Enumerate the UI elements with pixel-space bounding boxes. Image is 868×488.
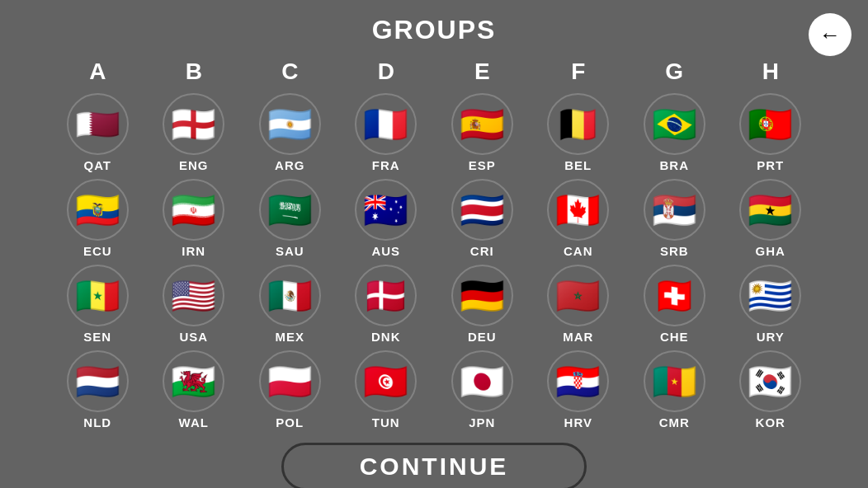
country-label-kor: KOR: [756, 415, 785, 429]
country-cell-mar[interactable]: 🇲🇦MAR: [531, 261, 627, 347]
country-label-esp: ESP: [469, 158, 496, 172]
country-label-tun: TUN: [372, 415, 400, 429]
country-cell-eng[interactable]: 🏴󠁧󠁢󠁥󠁮󠁧󠁿ENG: [146, 90, 243, 176]
group-header-a: A: [50, 54, 146, 90]
group-header-b: B: [146, 54, 243, 90]
country-label-qat: QAT: [83, 158, 111, 172]
country-cell-usa[interactable]: 🇺🇸USA: [146, 261, 243, 347]
country-label-sau: SAU: [276, 244, 304, 258]
country-cell-dnk[interactable]: 🇩🇰DNK: [338, 261, 435, 347]
flag-aus: 🇦🇺: [355, 179, 417, 241]
flag-bra: 🇧🇷: [644, 93, 705, 155]
country-cell-ury[interactable]: 🇺🇾URY: [723, 261, 819, 347]
country-label-hrv: HRV: [564, 415, 592, 429]
country-cell-sau[interactable]: 🇸🇦SAU: [242, 176, 338, 261]
flag-cmr: 🇨🇲: [644, 350, 705, 412]
country-label-gha: GHA: [756, 244, 785, 258]
country-label-bel: BEL: [564, 158, 592, 172]
flag-pol: 🇵🇱: [259, 350, 321, 412]
title: GROUPS: [0, 0, 868, 45]
group-header-g: G: [626, 54, 723, 90]
group-header-d: D: [338, 54, 435, 90]
country-label-nld: NLD: [83, 415, 111, 429]
back-icon: ←: [819, 22, 841, 48]
country-cell-bra[interactable]: 🇧🇷BRA: [626, 90, 723, 176]
country-cell-hrv[interactable]: 🇭🇷HRV: [531, 347, 627, 433]
flag-fra: 🇫🇷: [355, 93, 417, 155]
flag-hrv: 🇭🇷: [547, 350, 609, 412]
flag-mar: 🇲🇦: [547, 265, 609, 326]
country-cell-che[interactable]: 🇨🇭CHE: [626, 261, 723, 347]
country-cell-qat[interactable]: 🇶🇦QAT: [50, 90, 146, 176]
country-label-fra: FRA: [372, 158, 400, 172]
country-label-prt: PRT: [757, 158, 784, 172]
flag-wal: 🏴󠁧󠁢󠁷󠁬󠁳󠁿: [163, 350, 224, 412]
flag-ecu: 🇪🇨: [67, 179, 129, 241]
back-button[interactable]: ←: [809, 13, 851, 56]
flag-sen: 🇸🇳: [67, 265, 129, 326]
flag-irn: 🇮🇷: [163, 179, 224, 241]
country-cell-esp[interactable]: 🇪🇸ESP: [434, 90, 531, 176]
country-label-srb: SRB: [660, 244, 689, 258]
flag-esp: 🇪🇸: [451, 93, 513, 155]
group-header-c: C: [242, 54, 338, 90]
flag-usa: 🇺🇸: [163, 265, 224, 326]
group-header-e: E: [434, 54, 531, 90]
flag-jpn: 🇯🇵: [451, 350, 513, 412]
flag-ury: 🇺🇾: [739, 265, 801, 326]
country-label-dnk: DNK: [371, 330, 401, 344]
country-cell-deu[interactable]: 🇩🇪DEU: [434, 261, 531, 347]
country-cell-nld[interactable]: 🇳🇱NLD: [50, 347, 146, 433]
country-label-ury: URY: [757, 330, 785, 344]
country-cell-fra[interactable]: 🇫🇷FRA: [338, 90, 435, 176]
flag-sau: 🇸🇦: [259, 179, 321, 241]
country-cell-kor[interactable]: 🇰🇷KOR: [723, 347, 819, 433]
group-header-f: F: [531, 54, 627, 90]
flag-dnk: 🇩🇰: [355, 265, 417, 326]
flag-deu: 🇩🇪: [451, 265, 513, 326]
country-cell-arg[interactable]: 🇦🇷ARG: [242, 90, 338, 176]
country-cell-srb[interactable]: 🇷🇸SRB: [626, 176, 723, 261]
flag-prt: 🇵🇹: [739, 93, 801, 155]
flag-cri: 🇨🇷: [451, 179, 513, 241]
continue-button[interactable]: CONTINUE: [281, 443, 587, 488]
country-label-deu: DEU: [468, 330, 497, 344]
country-label-mar: MAR: [563, 330, 593, 344]
country-cell-ecu[interactable]: 🇪🇨ECU: [50, 176, 146, 261]
country-cell-can[interactable]: 🇨🇦CAN: [531, 176, 627, 261]
country-label-can: CAN: [564, 244, 593, 258]
flag-tun: 🇹🇳: [355, 350, 417, 412]
flag-eng: 🏴󠁧󠁢󠁥󠁮󠁧󠁿: [163, 93, 224, 155]
flag-can: 🇨🇦: [547, 179, 609, 241]
country-cell-bel[interactable]: 🇧🇪BEL: [531, 90, 627, 176]
country-label-usa: USA: [179, 330, 208, 344]
country-label-arg: ARG: [275, 158, 304, 172]
flag-qat: 🇶🇦: [67, 93, 129, 155]
country-cell-tun[interactable]: 🇹🇳TUN: [338, 347, 435, 433]
flag-che: 🇨🇭: [644, 265, 705, 326]
country-cell-gha[interactable]: 🇬🇭GHA: [723, 176, 819, 261]
country-cell-pol[interactable]: 🇵🇱POL: [242, 347, 338, 433]
country-cell-aus[interactable]: 🇦🇺AUS: [338, 176, 435, 261]
country-cell-jpn[interactable]: 🇯🇵JPN: [434, 347, 531, 433]
flag-nld: 🇳🇱: [67, 350, 129, 412]
country-cell-cmr[interactable]: 🇨🇲CMR: [626, 347, 723, 433]
flag-mex: 🇲🇽: [259, 265, 321, 326]
country-label-sen: SEN: [83, 330, 111, 344]
country-label-jpn: JPN: [469, 415, 495, 429]
country-label-pol: POL: [276, 415, 304, 429]
country-cell-irn[interactable]: 🇮🇷IRN: [146, 176, 243, 261]
groups-grid: ABCDEFGH🇶🇦QAT🏴󠁧󠁢󠁥󠁮󠁧󠁿ENG🇦🇷ARG🇫🇷FRA🇪🇸ESP🇧🇪…: [50, 54, 818, 433]
country-label-ecu: ECU: [83, 244, 112, 258]
country-cell-prt[interactable]: 🇵🇹PRT: [723, 90, 819, 176]
country-cell-sen[interactable]: 🇸🇳SEN: [50, 261, 146, 347]
flag-kor: 🇰🇷: [739, 350, 801, 412]
flag-srb: 🇷🇸: [644, 179, 705, 241]
country-cell-wal[interactable]: 🏴󠁧󠁢󠁷󠁬󠁳󠁿WAL: [146, 347, 243, 433]
country-cell-mex[interactable]: 🇲🇽MEX: [242, 261, 338, 347]
country-label-eng: ENG: [179, 158, 209, 172]
flag-bel: 🇧🇪: [547, 93, 609, 155]
group-header-h: H: [723, 54, 819, 90]
country-cell-cri[interactable]: 🇨🇷CRI: [434, 176, 531, 261]
country-label-cmr: CMR: [659, 415, 690, 429]
